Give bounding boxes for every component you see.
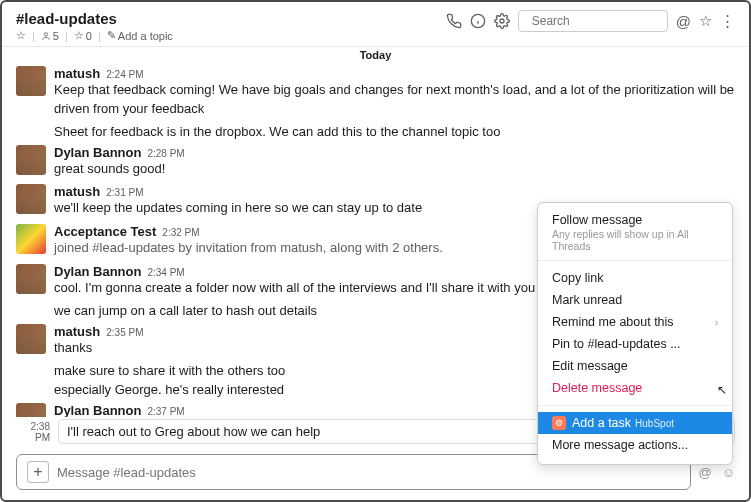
message-author[interactable]: Acceptance Test bbox=[54, 224, 156, 239]
chevron-right-icon: › bbox=[715, 317, 718, 328]
mark-unread-item[interactable]: Mark unread bbox=[538, 289, 732, 311]
message-row: matush2:24 PMKeep that feedback coming! … bbox=[16, 63, 735, 122]
more-actions-item[interactable]: More message actions... bbox=[538, 434, 732, 456]
message-author[interactable]: matush bbox=[54, 66, 100, 81]
message-author[interactable]: Dylan Bannon bbox=[54, 145, 141, 160]
avatar[interactable] bbox=[16, 66, 46, 96]
message-author[interactable]: matush bbox=[54, 324, 100, 339]
follow-message-item[interactable]: Follow message Any replies will show up … bbox=[538, 211, 732, 254]
settings-icon[interactable] bbox=[494, 13, 510, 29]
message-time: 2:28 PM bbox=[147, 148, 184, 159]
message-time: 2:35 PM bbox=[106, 327, 143, 338]
message-author[interactable]: matush bbox=[54, 184, 100, 199]
message-text: Keep that feedback coming! We have big g… bbox=[54, 81, 735, 119]
star-channel-icon[interactable]: ☆ bbox=[699, 12, 712, 30]
more-icon[interactable]: ⋮ bbox=[720, 12, 735, 30]
message-time: 2:31 PM bbox=[106, 187, 143, 198]
edit-item[interactable]: Edit message bbox=[538, 355, 732, 377]
message-time: 2:37 PM bbox=[147, 406, 184, 417]
message-continuation: Sheet for feedback is in the dropbox. We… bbox=[16, 123, 735, 142]
channel-meta: ☆ | 5 | ☆ 0 | ✎ Add a topic bbox=[16, 29, 446, 42]
message-time: 2:34 PM bbox=[147, 267, 184, 278]
message-text: great sounds good! bbox=[54, 160, 735, 179]
avatar[interactable] bbox=[16, 184, 46, 214]
search-input[interactable] bbox=[518, 10, 668, 32]
svg-point-4 bbox=[500, 19, 504, 23]
message-author[interactable]: Dylan Bannon bbox=[54, 264, 141, 279]
avatar[interactable] bbox=[16, 224, 46, 254]
info-icon[interactable] bbox=[470, 13, 486, 29]
svg-point-0 bbox=[44, 32, 47, 35]
avatar[interactable] bbox=[16, 403, 46, 417]
avatar[interactable] bbox=[16, 264, 46, 294]
date-divider: Today bbox=[2, 47, 749, 63]
avatar[interactable] bbox=[16, 145, 46, 175]
inline-time: 2:38 PM bbox=[16, 421, 50, 443]
message-input[interactable] bbox=[57, 465, 680, 480]
mentions-icon[interactable]: @ bbox=[676, 13, 691, 30]
emoji-icon[interactable]: ☺ bbox=[722, 465, 735, 480]
copy-link-item[interactable]: Copy link bbox=[538, 267, 732, 289]
message-context-menu: Follow message Any replies will show up … bbox=[537, 202, 733, 465]
star-icon[interactable]: ☆ bbox=[16, 29, 26, 42]
hubspot-icon: ⚙ bbox=[552, 416, 566, 430]
remind-item[interactable]: Remind me about this› bbox=[538, 311, 732, 333]
member-count[interactable]: 5 bbox=[41, 30, 59, 42]
channel-header: #lead-updates ☆ | 5 | ☆ 0 | ✎ Add a topi… bbox=[2, 2, 749, 47]
search-field[interactable] bbox=[532, 14, 682, 28]
add-task-item[interactable]: ⚙Add a taskHubSpot bbox=[538, 412, 732, 434]
delete-item[interactable]: Delete message bbox=[538, 377, 732, 399]
message-row: Dylan Bannon2:28 PMgreat sounds good! bbox=[16, 142, 735, 182]
pin-count[interactable]: ☆ 0 bbox=[74, 29, 92, 42]
phone-icon[interactable] bbox=[446, 13, 462, 29]
avatar[interactable] bbox=[16, 324, 46, 354]
attach-button[interactable]: + bbox=[27, 461, 49, 483]
message-author[interactable]: Dylan Bannon bbox=[54, 403, 141, 417]
message-time: 2:32 PM bbox=[162, 227, 199, 238]
pin-item[interactable]: Pin to #lead-updates ... bbox=[538, 333, 732, 355]
mention-icon[interactable]: @ bbox=[699, 465, 712, 480]
channel-name[interactable]: #lead-updates bbox=[16, 10, 446, 27]
message-time: 2:24 PM bbox=[106, 69, 143, 80]
add-topic-link[interactable]: ✎ Add a topic bbox=[107, 29, 173, 42]
